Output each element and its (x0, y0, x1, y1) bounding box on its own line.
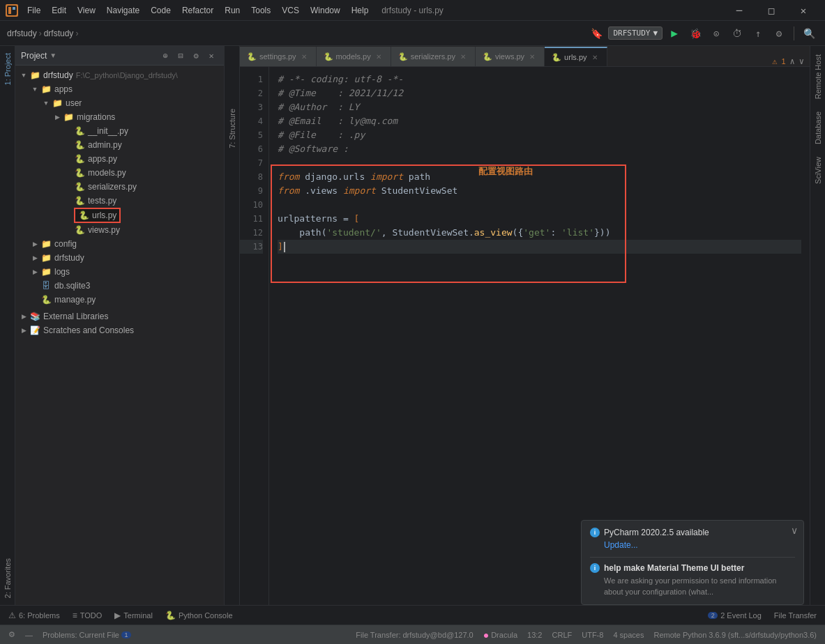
tree-item-urls[interactable]: 🐍 urls.py (15, 208, 224, 223)
encoding-status[interactable]: UTF-8 (579, 625, 606, 644)
menu-file[interactable]: File (22, 4, 45, 17)
tree-item-drfstudy-root[interactable]: ▼ 📁 drfstudy F:\C_python\Django_drfstudy… (15, 68, 224, 82)
debug-button[interactable]: 🐞 (686, 24, 704, 43)
tree-item-external-libs[interactable]: ▶ 📚 External Libraries (15, 309, 224, 323)
tree-item-apps[interactable]: ▼ 📁 apps (15, 82, 224, 96)
project-dropdown-icon[interactable]: ▼ (50, 52, 56, 59)
tab-views[interactable]: 🐍 views.py ✕ (476, 47, 545, 66)
menu-refactor[interactable]: Refactor (177, 4, 218, 17)
update-link[interactable]: Update... (604, 540, 638, 550)
menu-view[interactable]: View (73, 4, 100, 17)
breadcrumb-item-2[interactable]: drfstudy (44, 29, 74, 38)
remote-host-tab[interactable]: Remote Host (812, 49, 824, 105)
profile-button[interactable]: ⏱ (728, 24, 746, 43)
tab-close-models[interactable]: ✕ (374, 52, 384, 61)
structure-tab[interactable]: 7: Structure (226, 102, 239, 155)
menu-edit[interactable]: Edit (47, 4, 71, 17)
tab-close-urls[interactable]: ✕ (590, 52, 600, 62)
todo-tab[interactable]: ≡ TODO (67, 607, 108, 624)
favorites-tab[interactable]: 2: Favorites (1, 551, 14, 605)
update-button[interactable]: ↑ (749, 24, 767, 43)
notification-theme: i help make Material Theme UI better We … (590, 563, 795, 597)
problems-status[interactable]: Problems: Current File 1 (40, 625, 134, 644)
settings-icon[interactable]: ⚙ (189, 49, 203, 63)
close-button[interactable]: ✕ (787, 0, 819, 21)
breadcrumb-item-1[interactable]: drfstudy (7, 29, 37, 38)
tree-item-drfstudy-sub[interactable]: ▶ 📁 drfstudy (15, 251, 224, 265)
tree-item-tests[interactable]: 🐍 tests.py (15, 194, 224, 208)
coverage-button[interactable]: ⊙ (707, 24, 725, 43)
terminal-tab[interactable]: ▶ Terminal (109, 607, 158, 624)
tab-label: views.py (495, 52, 524, 61)
tree-item-scratches[interactable]: ▶ 📝 Scratches and Consoles (15, 323, 224, 337)
scroll-down-icon[interactable]: ∨ (799, 56, 804, 66)
sciview-tab[interactable]: SciView (812, 151, 824, 190)
menu-navigate[interactable]: Navigate (102, 4, 144, 17)
file-transfer-status[interactable]: File Transfer: drfstudy@bd@127.0 (353, 625, 476, 644)
run-config-dropdown[interactable]: DRFSTUDY ▼ (608, 26, 663, 40)
python-status[interactable]: Remote Python 3.6.9 (sft...s/drfstudy/py… (651, 625, 819, 644)
run-button[interactable]: ▶ (665, 24, 683, 43)
tab-close-settings[interactable]: ✕ (299, 52, 309, 61)
scroll-up-icon[interactable]: ∧ (790, 56, 795, 66)
tree-item-migrations[interactable]: ▶ 📁 migrations (15, 110, 224, 124)
tree-item-manage[interactable]: 🐍 manage.py (15, 293, 224, 307)
close-panel-icon[interactable]: ✕ (204, 49, 218, 63)
structure-tab-strip: 7: Structure (225, 46, 240, 605)
gear-icon-status[interactable]: ⚙ (6, 625, 18, 644)
event-log-label: 2 Event Log (720, 611, 762, 620)
python-console-tab[interactable]: 🐍 Python Console (160, 607, 239, 624)
bookmark-icon[interactable]: 🔖 (587, 24, 605, 43)
tree-item-serializers[interactable]: 🐍 serializers.py (15, 180, 224, 194)
menu-help[interactable]: Help (347, 4, 374, 17)
tree-item-models[interactable]: 🐍 models.py (15, 166, 224, 180)
collapse-all-icon[interactable]: ⊟ (174, 49, 188, 63)
file-transfer-tab[interactable]: File Transfer (769, 607, 822, 624)
todo-label: TODO (80, 611, 103, 620)
tree-item-logs[interactable]: ▶ 📁 logs (15, 265, 224, 279)
indent-status[interactable]: 4 spaces (610, 625, 646, 644)
line-ending-status[interactable]: CRLF (550, 625, 575, 644)
tree-item-admin[interactable]: 🐍 admin.py (15, 138, 224, 152)
tree-item-config[interactable]: ▶ 📁 config (15, 237, 224, 251)
position-status[interactable]: 13:2 (524, 625, 545, 644)
tree-item-user[interactable]: ▼ 📁 user (15, 96, 224, 110)
project-tab[interactable]: 1: Project (1, 46, 14, 92)
locate-icon[interactable]: ⊕ (158, 49, 172, 63)
menu-tools[interactable]: Tools (246, 4, 275, 17)
expand-arrow: ▶ (18, 325, 29, 336)
minimize-button[interactable]: ─ (723, 0, 755, 21)
folder-icon: 📁 (63, 112, 74, 123)
maximize-button[interactable]: □ (755, 0, 787, 21)
menu-code[interactable]: Code (146, 4, 176, 17)
search-button[interactable]: 🔍 (800, 24, 818, 43)
tab-urls[interactable]: 🐍 urls.py ✕ (545, 47, 607, 66)
problems-tab[interactable]: ⚠ 6: Problems (3, 607, 66, 624)
warning-icon: ⚠ (772, 56, 777, 66)
menu-window[interactable]: Window (305, 4, 345, 17)
notif-close-icon[interactable]: ∨ (791, 525, 798, 536)
notification-pycharm-update: i PyCharm 2020.2.5 available Update... (590, 528, 795, 550)
status-bar: ⚙ — Problems: Current File 1 File Transf… (0, 624, 825, 644)
tab-settings[interactable]: 🐍 settings.py ✕ (240, 47, 317, 66)
tree-item-views[interactable]: 🐍 views.py (15, 223, 224, 237)
build-button[interactable]: ⚙ (770, 24, 788, 43)
tree-label: tests.py (88, 196, 116, 206)
menu-vcs[interactable]: VCS (277, 4, 304, 17)
tree-item-apps-py[interactable]: 🐍 apps.py (15, 152, 224, 166)
tab-close-views[interactable]: ✕ (527, 52, 537, 61)
theme-status[interactable]: ● Dracula (480, 625, 520, 644)
tree-item-init[interactable]: 🐍 __init__.py (15, 124, 224, 138)
database-tab[interactable]: Database (812, 106, 824, 150)
menu-run[interactable]: Run (220, 4, 245, 17)
tree-item-db[interactable]: 🗄 db.sqlite3 (15, 279, 224, 293)
tab-serializers[interactable]: 🐍 serializers.py ✕ (391, 47, 476, 66)
event-log-tab[interactable]: 2 2 Event Log (702, 607, 767, 624)
tab-py-icon: 🐍 (483, 52, 492, 61)
title-bar: File Edit View Navigate Code Refactor Ru… (0, 0, 825, 21)
code-line-13: ] (278, 240, 801, 254)
folder-icon: 📁 (40, 252, 52, 263)
tab-models[interactable]: 🐍 models.py ✕ (317, 47, 391, 66)
warning-count: 1 (781, 57, 785, 66)
tab-close-serializers[interactable]: ✕ (458, 52, 468, 61)
